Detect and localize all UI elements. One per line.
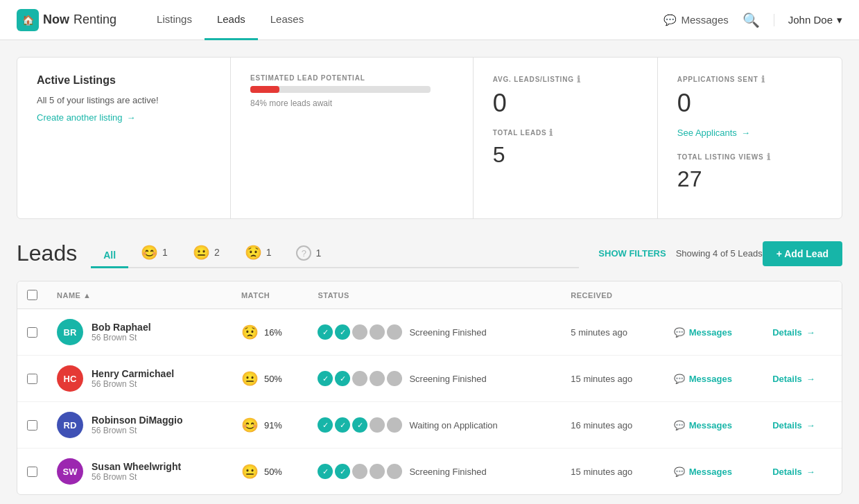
messages-button-3[interactable]: 💬 Messages <box>674 467 732 477</box>
tab-question[interactable]: ? 1 <box>284 240 333 268</box>
nav-right: 💬 Messages 🔍 John Doe ▾ <box>663 12 842 28</box>
step-dot-check-0-0: ✓ <box>318 324 333 340</box>
messages-button-2[interactable]: 💬 Messages <box>674 420 732 431</box>
row-checkbox-0[interactable] <box>17 309 47 356</box>
details-button-1[interactable]: Details → <box>772 374 815 384</box>
row-details-3[interactable]: Details → <box>763 449 842 495</box>
question-face-icon: ? <box>296 245 311 261</box>
tab-neutral[interactable]: 😐 2 <box>180 238 232 268</box>
row-messages-1[interactable]: 💬 Messages <box>664 356 763 402</box>
arrow-right-icon: → <box>127 112 136 123</box>
avatar-2: RD <box>57 412 83 438</box>
lead-address-3: 56 Brown St <box>92 472 181 482</box>
step-dot-gray-2-3 <box>370 417 385 433</box>
received-text-3: 15 minutes ago <box>571 467 632 477</box>
row-checkbox-2[interactable] <box>17 402 47 449</box>
row-status-0: ✓✓ Screening Finished <box>308 309 561 356</box>
step-dot-check-1-1: ✓ <box>335 371 350 386</box>
row-select-checkbox-2[interactable] <box>27 420 37 431</box>
lead-potential-bar <box>250 86 431 93</box>
views-info-icon: ℹ <box>767 152 771 162</box>
show-filters-button[interactable]: SHOW FILTERS <box>598 248 666 259</box>
total-listing-views-label: TOTAL LISTING VIEWS ℹ <box>677 152 822 162</box>
col-name[interactable]: NAME ▲ <box>47 281 232 309</box>
details-button-0[interactable]: Details → <box>772 327 815 338</box>
step-dot-check-2-0: ✓ <box>318 417 333 433</box>
neutral-face-icon: 😐 <box>241 370 259 387</box>
match-pct-2: 91% <box>264 420 282 431</box>
row-received-3: 15 minutes ago <box>561 449 663 495</box>
messages-button-0[interactable]: 💬 Messages <box>674 327 732 338</box>
details-label-2: Details <box>772 420 802 431</box>
step-dot-gray-3-3 <box>370 464 385 479</box>
chat-icon-3: 💬 <box>674 467 685 477</box>
step-dot-check-3-0: ✓ <box>318 464 333 479</box>
row-match-3: 😐 50% <box>232 449 308 495</box>
tab-all[interactable]: All <box>91 244 128 268</box>
select-all-checkbox[interactable] <box>27 290 37 300</box>
lead-name-3: Susan Wheelwright <box>92 461 181 472</box>
row-checkbox-1[interactable] <box>17 356 47 402</box>
lead-name-1: Henry Carmichael <box>92 368 174 379</box>
total-listing-views-value: 27 <box>677 166 822 192</box>
lead-potential-note: 84% more leads await <box>250 98 453 108</box>
received-text-0: 5 minutes ago <box>571 327 627 338</box>
lead-address-2: 56 Brown St <box>92 426 182 435</box>
details-label-3: Details <box>772 467 802 477</box>
row-messages-0[interactable]: 💬 Messages <box>664 309 763 356</box>
tab-question-count: 1 <box>315 247 321 259</box>
arrow-right-icon-1: → <box>806 374 815 384</box>
col-messages <box>664 281 763 309</box>
messages-label-0: Messages <box>689 327 732 338</box>
step-dot-gray-3-2 <box>352 464 367 479</box>
create-listing-link[interactable]: Create another listing → <box>37 112 211 123</box>
col-checkbox <box>17 281 47 309</box>
main-content: Active Listings All 5 of your listings a… <box>0 40 859 504</box>
row-select-checkbox-1[interactable] <box>27 374 37 384</box>
nav-listings[interactable]: Listings <box>144 0 205 40</box>
status-label-2: Waiting on Application <box>409 420 497 431</box>
row-details-2[interactable]: Details → <box>763 402 842 449</box>
messages-label: Messages <box>681 14 728 26</box>
status-label-3: Screening Finished <box>409 467 486 477</box>
tab-happy[interactable]: 😊 1 <box>128 238 180 268</box>
details-label-1: Details <box>772 374 802 384</box>
applications-info-icon: ℹ <box>761 74 765 85</box>
status-steps-1: ✓✓ <box>318 371 402 386</box>
messages-nav[interactable]: 💬 Messages <box>663 14 728 26</box>
step-dot-check-0-1: ✓ <box>335 324 350 340</box>
nav-leases[interactable]: Leases <box>258 0 316 40</box>
add-lead-button[interactable]: + Add Lead <box>763 241 842 266</box>
total-leads-info-icon: ℹ <box>549 128 553 138</box>
chat-icon-1: 💬 <box>674 374 685 384</box>
row-received-0: 5 minutes ago <box>561 309 663 356</box>
match-pct-1: 50% <box>264 374 282 384</box>
tab-sad[interactable]: 😟 1 <box>232 238 284 268</box>
row-details-1[interactable]: Details → <box>763 356 842 402</box>
search-icon[interactable]: 🔍 <box>743 12 760 28</box>
messages-button-1[interactable]: 💬 Messages <box>674 374 732 384</box>
details-button-3[interactable]: Details → <box>772 467 815 477</box>
neutral-face-icon: 😐 <box>241 463 259 480</box>
status-steps-2: ✓✓✓ <box>318 417 402 433</box>
lead-name-0: Bob Raphael <box>92 322 151 333</box>
avatar-1: HC <box>57 365 83 392</box>
status-label-0: Screening Finished <box>409 327 486 338</box>
row-messages-3[interactable]: 💬 Messages <box>664 449 763 495</box>
row-details-0[interactable]: Details → <box>763 309 842 356</box>
nav-leads[interactable]: Leads <box>205 0 258 40</box>
active-listings-desc: All 5 of your listings are active! <box>37 95 211 105</box>
user-menu[interactable]: John Doe ▾ <box>774 14 842 26</box>
lead-address-1: 56 Brown St <box>92 379 174 389</box>
see-applicants-button[interactable]: See Applicants → <box>677 128 750 138</box>
logo[interactable]: 🏠 NowRenting <box>17 9 116 31</box>
row-checkbox-3[interactable] <box>17 449 47 495</box>
happy-face-icon: 😊 <box>241 417 259 433</box>
user-name: John Doe <box>788 14 833 26</box>
row-select-checkbox-3[interactable] <box>27 467 37 477</box>
details-button-2[interactable]: Details → <box>772 420 815 431</box>
row-messages-2[interactable]: 💬 Messages <box>664 402 763 449</box>
step-dot-gray-3-4 <box>387 464 402 479</box>
happy-face-icon: 😊 <box>141 244 158 261</box>
row-select-checkbox-0[interactable] <box>27 327 37 338</box>
